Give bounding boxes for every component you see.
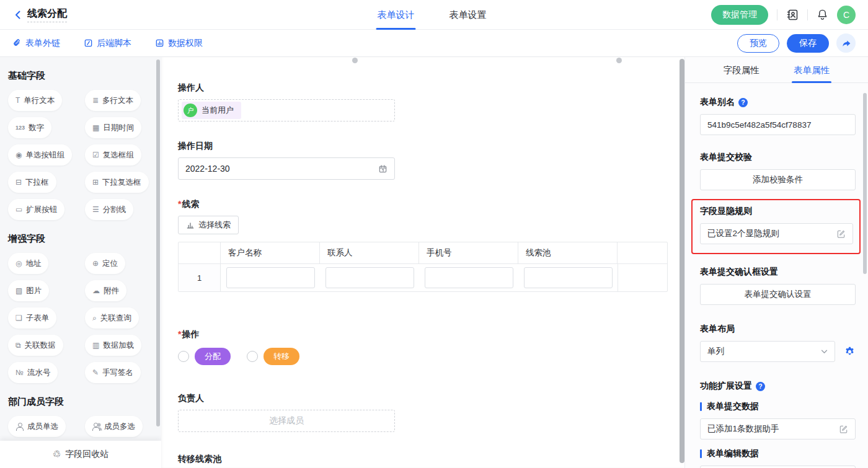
contacts-book-icon[interactable] xyxy=(786,9,799,21)
field-item-single-text[interactable]: T单行文本 xyxy=(8,90,62,111)
field-item-checkbox-group[interactable]: ☑复选框组 xyxy=(85,144,141,166)
field-item-dropdown[interactable]: ⊟下拉框 xyxy=(8,172,56,193)
select-member-box[interactable]: 选择成员 xyxy=(178,410,395,432)
radio-transfer[interactable] xyxy=(247,351,258,362)
field-leads[interactable]: *线索 选择线索 客户名称 联系人 手机号 线索池 1 xyxy=(178,199,684,292)
blue-bar xyxy=(700,402,702,411)
back-button[interactable] xyxy=(12,9,24,20)
date-input[interactable]: 2022-12-30 xyxy=(178,157,395,180)
layout-select[interactable]: 单列 xyxy=(700,341,835,362)
member-multi-icon xyxy=(92,423,100,431)
display-rules-input[interactable]: 已设置2个显隐规则 xyxy=(700,223,853,244)
help-icon[interactable]: ? xyxy=(738,98,748,107)
submit-data-input[interactable]: 已添加1条数据助手 xyxy=(700,418,856,439)
radio-group-icon: ◉ xyxy=(16,151,22,159)
help-icon[interactable]: ? xyxy=(756,382,765,391)
transfer-tag[interactable]: 转移 xyxy=(264,348,299,365)
field-operator[interactable]: 操作人 户 当前用户 xyxy=(178,82,684,121)
panel-scrollbar[interactable] xyxy=(863,93,867,274)
operator-value-box[interactable]: 户 当前用户 xyxy=(178,99,395,121)
select-leads-button[interactable]: 选择线索 xyxy=(178,216,239,234)
field-item-member-multi[interactable]: 成员多选 xyxy=(85,416,143,437)
recycle-icon: ♲ xyxy=(53,449,61,460)
display-rules-label: 字段显隐规则 xyxy=(700,206,853,217)
divider xyxy=(807,9,808,20)
chevron-down-icon xyxy=(821,350,828,354)
relation-query-icon: ⌕ xyxy=(92,314,97,322)
relation-data-icon: ⧉ xyxy=(16,342,21,349)
submit-data-subhead: 表单提交数据 xyxy=(700,401,856,412)
radio-assign[interactable] xyxy=(178,351,189,362)
canvas-handle-dot xyxy=(352,58,358,63)
edit-icon[interactable] xyxy=(839,425,848,434)
customer-name-input[interactable] xyxy=(226,267,315,288)
add-validation-button[interactable]: 添加校验条件 xyxy=(700,169,856,190)
multi-line-text-icon: ≣ xyxy=(92,97,99,104)
canvas-scrollbar[interactable] xyxy=(680,59,684,463)
add-operation-button[interactable]: 添加操作 xyxy=(700,466,856,468)
tab-form-properties[interactable]: 表单属性 xyxy=(794,57,830,83)
field-item-serial-number[interactable]: №流水号 xyxy=(8,362,58,383)
preview-button[interactable]: 预览 xyxy=(737,34,779,53)
blue-bar xyxy=(700,449,702,458)
field-item-extend-button[interactable]: ▭扩展按钮 xyxy=(8,199,64,220)
field-label: *线索 xyxy=(178,199,684,210)
backend-script-action[interactable]: 后端脚本 xyxy=(84,38,131,49)
field-item-datetime[interactable]: ▦日期时间 xyxy=(85,117,141,138)
member-single-icon xyxy=(16,423,24,431)
field-item-multi-dropdown[interactable]: ⊞下拉复选框 xyxy=(85,172,149,193)
field-action[interactable]: *操作 分配 转移 xyxy=(178,329,684,365)
data-permission-action[interactable]: 数据权限 xyxy=(155,38,203,49)
contact-input[interactable] xyxy=(326,267,414,288)
col-phone: 手机号 xyxy=(419,242,518,263)
field-item-location[interactable]: ⊕定位 xyxy=(85,253,125,274)
lead-pool-input[interactable] xyxy=(524,267,613,288)
share-button[interactable] xyxy=(836,33,856,53)
field-item-number[interactable]: 123数字 xyxy=(8,117,51,138)
tab-form-settings[interactable]: 表单设置 xyxy=(449,0,486,30)
layout-settings-gear-icon[interactable] xyxy=(844,346,856,358)
field-item-address[interactable]: ◎地址 xyxy=(8,253,48,274)
header-tabs: 表单设计 表单设置 xyxy=(377,0,486,30)
data-manage-button[interactable]: 数据管理 xyxy=(711,5,768,25)
signature-icon: ✎ xyxy=(92,369,99,376)
form-title[interactable]: 线索分配 xyxy=(27,7,67,22)
col-extra xyxy=(618,242,667,263)
save-button[interactable]: 保存 xyxy=(787,34,829,53)
field-owner[interactable]: 负责人 选择成员 xyxy=(178,393,684,432)
leads-table: 客户名称 联系人 手机号 线索池 1 xyxy=(178,242,668,292)
field-recycle-bin[interactable]: ♲ 字段回收站 xyxy=(0,441,161,468)
field-item-data-load[interactable]: ▥数据加载 xyxy=(85,335,141,356)
phone-input[interactable] xyxy=(425,267,513,288)
field-item-image[interactable]: ▧图片 xyxy=(8,280,49,301)
image-icon: ▧ xyxy=(16,287,22,294)
action-option-assign: 分配 xyxy=(178,348,231,365)
field-op-date[interactable]: 操作日期 2022-12-30 xyxy=(178,141,684,180)
external-link-action[interactable]: 表单外链 xyxy=(12,38,60,49)
field-item-relation-query[interactable]: ⌕关联查询 xyxy=(85,307,139,329)
group-title-member: 部门成员字段 xyxy=(8,396,161,408)
edit-icon[interactable] xyxy=(836,229,846,239)
field-item-member-single[interactable]: 成员单选 xyxy=(8,416,66,437)
field-transfer-pool[interactable]: 转移线索池 xyxy=(178,454,684,468)
user-avatar[interactable]: C xyxy=(837,6,856,24)
field-item-radio-group[interactable]: ◉单选按钮组 xyxy=(8,144,72,166)
form-alias-input[interactable]: 541b9c5ef482a5f54cf78837 xyxy=(700,114,856,135)
field-item-divider[interactable]: ☰分割线 xyxy=(85,199,133,220)
submit-confirm-button[interactable]: 表单提交确认设置 xyxy=(700,284,856,305)
tab-form-design[interactable]: 表单设计 xyxy=(377,0,414,30)
leads-table-header: 客户名称 联系人 手机号 线索池 xyxy=(179,242,667,264)
single-line-text-icon: T xyxy=(16,97,20,104)
number-icon: 123 xyxy=(16,125,25,131)
tab-field-properties[interactable]: 字段属性 xyxy=(724,57,760,83)
notification-bell-icon[interactable] xyxy=(817,9,828,20)
field-item-attachment[interactable]: ☁附件 xyxy=(85,280,126,301)
field-item-signature[interactable]: ✎手写签名 xyxy=(85,362,141,383)
field-item-relation-data[interactable]: ⧉关联数据 xyxy=(8,335,63,356)
col-contact: 联系人 xyxy=(320,242,419,263)
sidebar-scrollbar[interactable] xyxy=(156,60,160,426)
user-tag-icon: 户 xyxy=(184,104,197,117)
field-item-subform[interactable]: ❏子表单 xyxy=(8,307,56,329)
assign-tag[interactable]: 分配 xyxy=(195,348,231,365)
field-item-multi-text[interactable]: ≣多行文本 xyxy=(85,90,141,111)
